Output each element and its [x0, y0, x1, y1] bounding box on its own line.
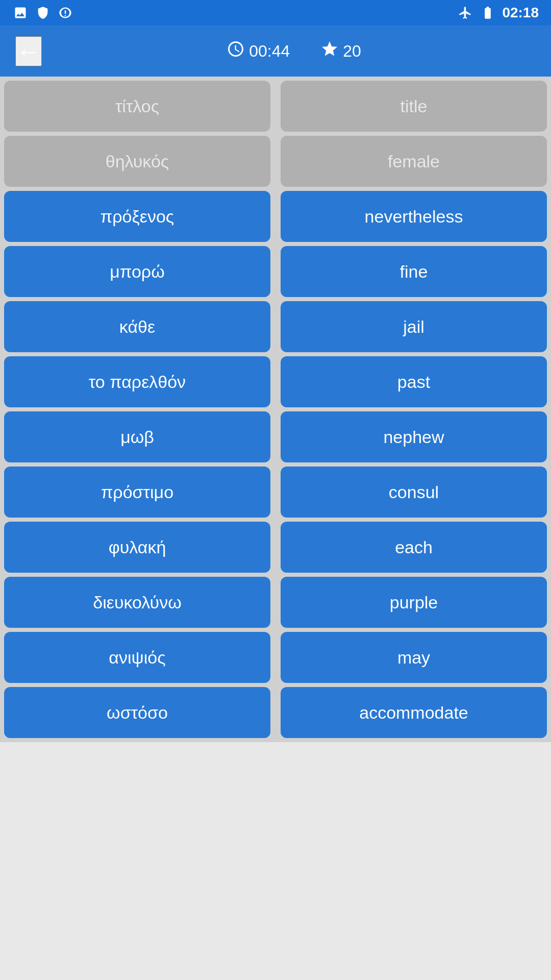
greek-word-btn[interactable]: ανιψιός [4, 632, 270, 683]
word-grid: τίτλοςtitleθηλυκόςfemaleπρόξενοςneverthe… [0, 77, 551, 742]
greek-word-btn[interactable]: μπορώ [4, 246, 270, 297]
battery-icon [480, 5, 496, 21]
english-word-btn[interactable]: accommodate [281, 687, 547, 738]
english-word-btn[interactable]: female [281, 136, 547, 187]
status-bar-left [12, 5, 73, 21]
english-word-btn[interactable]: fine [281, 246, 547, 297]
clock-icon [227, 40, 245, 62]
english-word-btn[interactable]: jail [281, 301, 547, 352]
stars-value: 20 [343, 42, 361, 61]
status-bar-right: 02:18 [457, 5, 539, 21]
greek-word-btn[interactable]: διευκολύνω [4, 577, 270, 628]
header: ← 00:44 20 [0, 26, 551, 77]
english-word-btn[interactable]: nephew [281, 411, 547, 462]
grid-spacer [270, 136, 281, 187]
english-word-btn[interactable]: nevertheless [281, 191, 547, 242]
english-word-btn[interactable]: past [281, 356, 547, 407]
clock-display: 02:18 [502, 5, 539, 21]
grid-spacer [270, 191, 281, 242]
greek-word-btn[interactable]: θηλυκός [4, 136, 270, 187]
english-word-btn[interactable]: consul [281, 467, 547, 518]
greek-word-btn[interactable]: πρόστιμο [4, 467, 270, 518]
grid-spacer [270, 246, 281, 297]
greek-word-btn[interactable]: τίτλος [4, 81, 270, 132]
grid-spacer [270, 577, 281, 628]
greek-word-btn[interactable]: μωβ [4, 411, 270, 462]
greek-word-btn[interactable]: το παρελθόν [4, 356, 270, 407]
grid-spacer [270, 467, 281, 518]
status-bar: 02:18 [0, 0, 551, 26]
greek-word-btn[interactable]: φυλακή [4, 522, 270, 573]
grid-spacer [270, 411, 281, 462]
english-word-btn[interactable]: purple [281, 577, 547, 628]
a-icon [57, 5, 73, 21]
stars-display: 20 [320, 40, 361, 62]
english-word-btn[interactable]: may [281, 632, 547, 683]
grid-spacer [270, 301, 281, 352]
greek-word-btn[interactable]: ωστόσο [4, 687, 270, 738]
airplane-icon [457, 5, 473, 21]
timer-value: 00:44 [249, 42, 290, 61]
grid-spacer [270, 81, 281, 132]
photo-icon [12, 5, 29, 21]
timer-display: 00:44 [227, 40, 290, 62]
greek-word-btn[interactable]: πρόξενος [4, 191, 270, 242]
greek-word-btn[interactable]: κάθε [4, 301, 270, 352]
star-icon [320, 40, 339, 62]
back-button[interactable]: ← [15, 36, 42, 66]
english-word-btn[interactable]: each [281, 522, 547, 573]
grid-spacer [270, 522, 281, 573]
grid-spacer [270, 632, 281, 683]
header-center: 00:44 20 [52, 40, 536, 62]
grid-spacer [270, 687, 281, 738]
english-word-btn[interactable]: title [281, 81, 547, 132]
grid-spacer [270, 356, 281, 407]
shield-icon [35, 5, 51, 21]
